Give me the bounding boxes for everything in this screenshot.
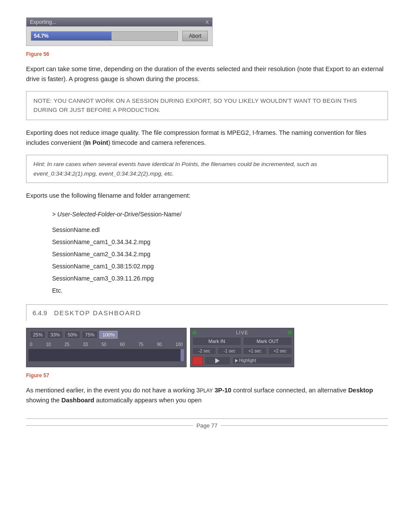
filepath-section: > User-Selected-Folder-or-Drive/Session-… <box>52 208 388 297</box>
mark-10: 10 <box>46 342 51 347</box>
timeline-bar <box>28 349 184 362</box>
stop-button[interactable] <box>192 356 203 365</box>
mark-buttons: Mark IN Mark OUT <box>192 337 292 346</box>
highlight-button[interactable]: Highlight <box>232 357 292 364</box>
export-dialog: Exporting... X 54.7% Abort <box>26 17 213 46</box>
para4-text3: control surface connected, an alternativ… <box>231 387 348 394</box>
section-649-title: DESKTOP DASHBOARD <box>54 309 141 317</box>
paragraph-2: Exporting does not reduce image quality.… <box>26 128 388 148</box>
folder-path: > User-Selected-Folder-or-Drive/Session-… <box>52 208 388 220</box>
figure-57-label: Figure 57 <box>26 372 388 379</box>
offset-minus2-button[interactable]: -2 sec <box>192 347 216 355</box>
export-dialog-titlebar: Exporting... X <box>26 18 212 26</box>
file-list: SessionName.edl SessionName_cam1_0.34.34… <box>52 224 388 297</box>
section-649-header: 6.4.9 DESKTOP DASHBOARD <box>26 304 388 321</box>
para4-bold2: Desktop <box>348 387 373 394</box>
para4-bold1: 3P-10 <box>214 387 231 394</box>
in-point-bold: In Point <box>85 139 108 146</box>
paragraph-4: As mentioned earlier, in the event you d… <box>26 385 388 405</box>
zoom-buttons: 25% 33% 50% 75% 100% <box>28 331 184 339</box>
zoom-50-button[interactable]: 50% <box>65 331 80 339</box>
para4-smallcaps: PLAY <box>200 388 213 394</box>
mark-100: 100 <box>175 342 183 347</box>
mark-75: 75 <box>138 342 143 347</box>
dashboard-figure: 25% 33% 50% 75% 100% 0 10 25 33 50 60 75… <box>26 328 388 367</box>
transport-controls: Highlight <box>192 356 292 365</box>
zoom-25-button[interactable]: 25% <box>30 331 46 339</box>
mark-out-button[interactable]: Mark OUT <box>243 337 292 346</box>
page-footer: Page 77 <box>26 418 388 429</box>
paragraph-1: Export can take some time, depending on … <box>26 64 388 84</box>
folder-path-italic: > User-Selected-Folder-or-Drive/Session-… <box>52 211 181 218</box>
live-indicator-left <box>192 330 197 335</box>
para4-bold3: Dashboard <box>61 397 94 404</box>
offset-plus2-button[interactable]: +2 sec <box>268 347 292 355</box>
para4-text1: As mentioned earlier, in the event you d… <box>26 387 200 394</box>
zoom-33-button[interactable]: 33% <box>47 331 63 339</box>
file-item-5: Etc. <box>52 284 388 297</box>
figure-56-label: Figure 56 <box>26 51 388 57</box>
paragraph-2-text2: ) timecode and camera references. <box>108 139 206 146</box>
file-item-4: SessionName_cam3_0.39.11.26.mpg <box>52 272 388 284</box>
progress-bar: 54.7% <box>31 31 178 41</box>
para4-text4: showing the <box>26 397 61 404</box>
offset-minus1-button[interactable]: -1 sec <box>217 347 241 355</box>
live-label: LIVE <box>197 330 288 335</box>
mark-in-button[interactable]: Mark IN <box>192 337 241 346</box>
note-box: NOTE: YOU CANNOT WORK ON A SESSION DURIN… <box>26 91 388 120</box>
export-dialog-body: 54.7% Abort <box>26 26 212 46</box>
live-indicator-right <box>288 330 292 335</box>
paragraph-3: Exports use the following filename and f… <box>26 191 388 201</box>
play-button[interactable] <box>204 356 230 365</box>
abort-button[interactable]: Abort <box>182 31 208 41</box>
file-item-1: SessionName_cam1_0.34.34.2.mpg <box>52 236 388 248</box>
footer-line-right <box>221 425 388 426</box>
mark-25: 25 <box>65 342 69 347</box>
ruler-marks: 0 10 25 33 50 60 75 90 100 <box>30 341 183 347</box>
close-icon[interactable]: X <box>206 20 209 25</box>
live-header: LIVE <box>192 330 292 335</box>
section-649-number: 6.4.9 <box>33 309 47 317</box>
mark-33: 33 <box>83 342 88 347</box>
export-dialog-title: Exporting... <box>30 19 56 25</box>
mark-0: 0 <box>30 342 33 347</box>
mark-90: 90 <box>157 342 162 347</box>
play-icon <box>215 358 220 363</box>
mark-50: 50 <box>102 342 106 347</box>
offset-plus1-button[interactable]: +1 sec <box>243 347 267 355</box>
live-panel: LIVE Mark IN Mark OUT -2 sec -1 sec +1 s… <box>190 328 294 367</box>
file-item-2: SessionName_cam2_0.34.34.2.mpg <box>52 248 388 260</box>
zoom-panel: 25% 33% 50% 75% 100% 0 10 25 33 50 60 75… <box>26 328 187 367</box>
para4-text5: automatically appears when you open <box>94 397 201 404</box>
timeline-content <box>181 349 184 361</box>
highlight-label: Highlight <box>239 358 256 363</box>
footer-line-left <box>26 425 193 426</box>
progress-label: 54.7% <box>34 33 49 39</box>
hint-box: Hint: In rare cases when several events … <box>26 155 388 183</box>
offset-buttons: -2 sec -1 sec +1 sec +2 sec <box>192 347 292 355</box>
timeline-ruler: 0 10 25 33 50 60 75 90 100 <box>28 341 184 347</box>
zoom-100-button[interactable]: 100% <box>99 331 118 339</box>
file-item-0: SessionName.edl <box>52 224 388 236</box>
mark-60: 60 <box>120 342 125 347</box>
highlight-icon <box>235 359 238 362</box>
page-number: Page 77 <box>197 422 217 429</box>
zoom-75-button[interactable]: 75% <box>82 331 98 339</box>
file-item-3: SessionName_cam1_0.38:15:02.mpg <box>52 260 388 272</box>
